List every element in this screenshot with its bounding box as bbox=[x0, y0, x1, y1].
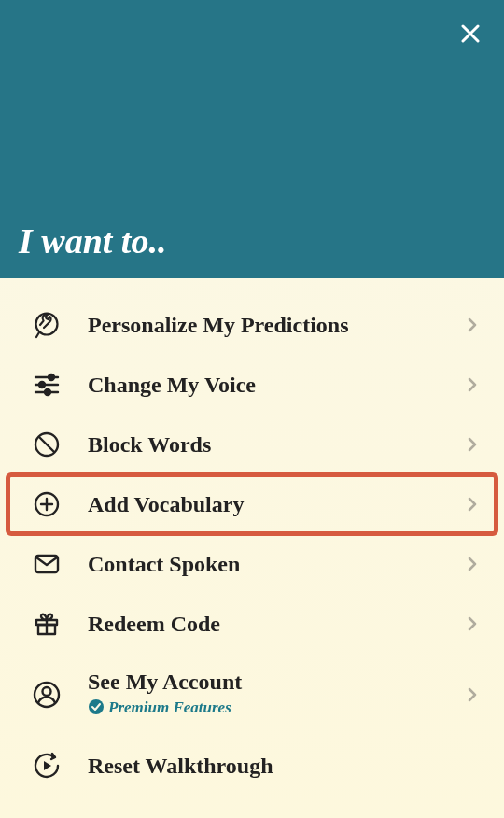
sliders-icon bbox=[32, 370, 62, 400]
menu-list: Personalize My Predictions Change My Voi… bbox=[0, 278, 504, 796]
svg-point-19 bbox=[43, 687, 51, 696]
gift-icon bbox=[32, 609, 62, 639]
svg-point-8 bbox=[45, 389, 50, 395]
chevron-right-icon bbox=[463, 435, 482, 454]
svg-line-10 bbox=[39, 437, 55, 453]
svg-point-7 bbox=[39, 382, 45, 388]
header: I want to.. bbox=[0, 0, 504, 278]
menu-item-subtitle: Premium Features bbox=[88, 698, 463, 720]
page-title: I want to.. bbox=[19, 220, 166, 261]
menu-item-add-vocabulary[interactable]: Add Vocabulary bbox=[0, 474, 504, 534]
close-icon bbox=[459, 22, 482, 45]
envelope-icon bbox=[32, 549, 62, 579]
menu-item-change-voice[interactable]: Change My Voice bbox=[0, 355, 504, 415]
svg-marker-21 bbox=[44, 761, 51, 770]
chevron-right-icon bbox=[463, 685, 482, 704]
menu-item-label: Redeem Code bbox=[88, 612, 463, 637]
play-refresh-icon bbox=[32, 751, 62, 781]
check-badge-icon bbox=[88, 698, 105, 720]
menu-item-see-account[interactable]: See My Account Premium Features bbox=[0, 654, 504, 736]
chevron-right-icon bbox=[463, 555, 482, 573]
menu-item-label: Block Words bbox=[88, 432, 463, 458]
menu-item-block-words[interactable]: Block Words bbox=[0, 415, 504, 474]
menu-item-personalize-predictions[interactable]: Personalize My Predictions bbox=[0, 295, 504, 355]
menu-item-label: Add Vocabulary bbox=[88, 492, 463, 517]
menu-item-label: Change My Voice bbox=[88, 373, 463, 398]
menu-item-label: Contact Spoken bbox=[88, 552, 463, 577]
menu-item-redeem-code[interactable]: Redeem Code bbox=[0, 594, 504, 654]
menu-item-label: See My Account Premium Features bbox=[88, 670, 463, 720]
menu-item-contact-spoken[interactable]: Contact Spoken bbox=[0, 534, 504, 594]
menu-item-label: Reset Walkthrough bbox=[88, 754, 482, 779]
menu-item-reset-walkthrough[interactable]: Reset Walkthrough bbox=[0, 736, 504, 796]
plus-circle-icon bbox=[32, 489, 62, 519]
user-circle-icon bbox=[32, 680, 62, 710]
wrench-chat-icon bbox=[32, 310, 62, 340]
close-button[interactable] bbox=[455, 19, 485, 49]
chevron-right-icon bbox=[463, 375, 482, 394]
svg-point-20 bbox=[89, 699, 104, 714]
chevron-right-icon bbox=[463, 495, 482, 514]
menu-item-label: Personalize My Predictions bbox=[88, 313, 463, 338]
chevron-right-icon bbox=[463, 316, 482, 334]
svg-point-6 bbox=[49, 374, 54, 380]
chevron-right-icon bbox=[463, 614, 482, 633]
block-icon bbox=[32, 430, 62, 459]
menu-item-main-label: See My Account bbox=[88, 670, 242, 694]
